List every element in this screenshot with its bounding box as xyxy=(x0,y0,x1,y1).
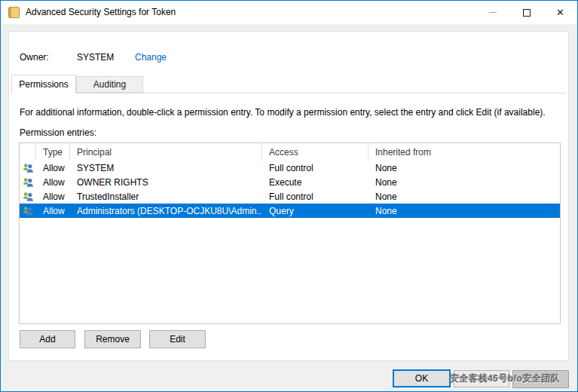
watermark-text: 安全客栈45号b/o安全团队 xyxy=(449,372,574,385)
table-row[interactable]: Allow OWNER RIGHTS Execute None xyxy=(20,175,560,189)
list-header: Type Principal Access Inherited from xyxy=(20,143,560,161)
maximize-icon xyxy=(523,9,531,17)
cell-type: Allow xyxy=(36,191,70,202)
close-button[interactable]: ✕ xyxy=(543,1,577,24)
security-token-icon xyxy=(8,7,20,18)
header-type[interactable]: Type xyxy=(36,143,70,161)
remove-button[interactable]: Remove xyxy=(84,330,141,348)
main-panel: Owner: SYSTEM Change Permissions Auditin… xyxy=(8,31,569,361)
window-title: Advanced Security Settings for Token xyxy=(26,7,176,17)
user-group-icon xyxy=(20,191,36,202)
user-group-icon xyxy=(20,163,36,173)
header-access[interactable]: Access xyxy=(262,143,369,161)
edit-button[interactable]: Edit xyxy=(149,330,206,348)
cell-inherited-from: None xyxy=(369,163,560,173)
cell-type: Allow xyxy=(36,206,70,216)
cell-access: Query xyxy=(262,206,369,216)
ok-button[interactable]: OK xyxy=(393,369,451,387)
close-icon: ✕ xyxy=(556,8,564,17)
cell-type: Allow xyxy=(36,163,70,173)
header-inherited-from[interactable]: Inherited from xyxy=(369,143,560,161)
cell-principal: Administrators (DESKTOP-OCJKU8U\Admin... xyxy=(70,206,262,216)
cell-principal: OWNER RIGHTS xyxy=(70,177,262,188)
header-principal[interactable]: Principal xyxy=(70,143,262,161)
owner-row: Owner: SYSTEM Change xyxy=(20,52,167,63)
table-row[interactable]: Allow SYSTEM Full control None xyxy=(20,161,560,175)
cell-type: Allow xyxy=(36,177,70,188)
cell-inherited-from: None xyxy=(369,191,560,202)
minimize-icon xyxy=(489,12,497,13)
title-bar: Advanced Security Settings for Token ✕ xyxy=(1,1,577,24)
cell-inherited-from: None xyxy=(369,206,560,216)
user-group-icon xyxy=(20,177,36,188)
user-group-icon xyxy=(20,206,36,216)
table-row-selected[interactable]: Allow Administrators (DESKTOP-OCJKU8U\Ad… xyxy=(20,204,560,218)
maximize-button[interactable] xyxy=(509,1,543,24)
advanced-security-settings-dialog: Advanced Security Settings for Token ✕ O… xyxy=(0,0,578,392)
owner-value: SYSTEM xyxy=(77,52,118,63)
table-row[interactable]: Allow TrustedInstaller Full control None xyxy=(20,189,560,204)
tab-auditing[interactable]: Auditing xyxy=(76,76,143,93)
window-controls: ✕ xyxy=(476,1,577,24)
cell-principal: TrustedInstaller xyxy=(70,191,262,202)
minimize-button[interactable] xyxy=(476,1,509,24)
owner-label: Owner: xyxy=(20,52,77,63)
cell-access: Full control xyxy=(262,163,369,173)
cell-access: Full control xyxy=(262,191,369,202)
change-owner-link[interactable]: Change xyxy=(135,52,167,63)
add-button[interactable]: Add xyxy=(20,330,75,348)
tab-permissions[interactable]: Permissions xyxy=(11,75,76,93)
permission-entries-label: Permission entries: xyxy=(20,127,96,138)
cell-inherited-from: None xyxy=(369,177,560,188)
cell-principal: SYSTEM xyxy=(70,163,262,173)
instruction-text: For additional information, double-click… xyxy=(20,107,562,118)
header-icon-column xyxy=(20,143,36,161)
cell-access: Execute xyxy=(262,177,369,188)
tab-strip: Permissions Auditing xyxy=(11,75,566,93)
permission-entries-list: Type Principal Access Inherited from All… xyxy=(19,142,561,324)
